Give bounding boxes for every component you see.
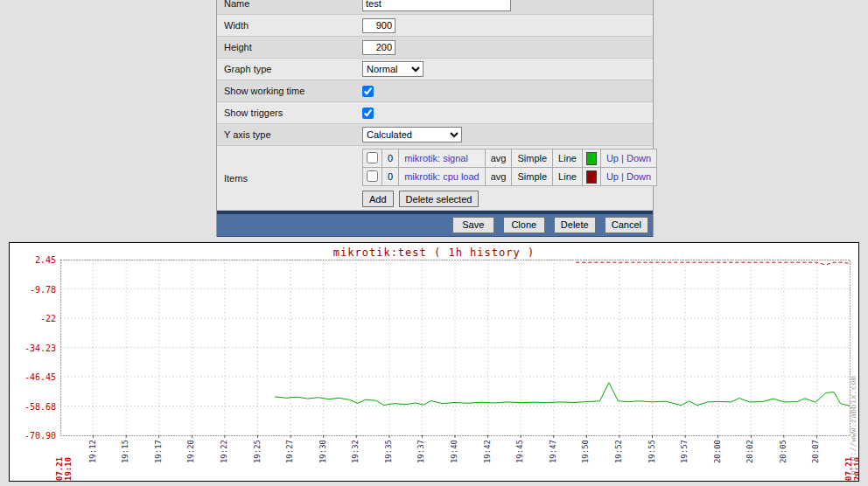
y-axis-tick-label: 2.45: [12, 255, 56, 265]
width-input[interactable]: [362, 18, 396, 33]
y-axis-tick-label: -58.68: [12, 402, 56, 412]
x-axis-tick-label: 20:00: [713, 440, 722, 463]
items-row: Items 0 mikrotik: signal avg Simple Line…: [217, 146, 653, 211]
x-axis-tick-label: 19:35: [384, 440, 393, 463]
graph-panel: mikrotik:test ( 1h history ) 2.45-9.78-2…: [9, 242, 859, 482]
x-axis-tick-label: 19:30: [318, 440, 327, 463]
item-function[interactable]: avg: [485, 149, 512, 168]
x-axis-tick-label: 19:57: [680, 440, 689, 463]
items-table: 0 mikrotik: signal avg Simple Line Up | …: [362, 149, 657, 186]
item-draw-type[interactable]: Simple: [512, 168, 553, 186]
x-axis-tick-label: 19:27: [285, 440, 294, 463]
graph-title: mikrotik:test ( 1h history ): [10, 246, 858, 259]
delete-selected-button[interactable]: Delete selected: [399, 191, 480, 207]
item-style[interactable]: Line: [553, 149, 583, 168]
save-button[interactable]: Save: [452, 217, 494, 233]
item-row: 0 mikrotik: cpu load avg Simple Line Up …: [363, 168, 657, 186]
show-triggers-label: Show triggers: [217, 108, 362, 118]
x-axis-tick-label: 19:42: [483, 440, 492, 463]
item-move-up-link[interactable]: Up: [606, 153, 619, 163]
item-name-link[interactable]: mikrotik: signal: [399, 149, 486, 168]
updown-separator: |: [621, 153, 624, 163]
show-working-time-row: Show working time: [217, 80, 653, 102]
x-axis-tick-label: 19:52: [614, 440, 623, 463]
x-axis-tick-label: 19:25: [253, 440, 262, 463]
height-input[interactable]: [362, 40, 396, 55]
item-function[interactable]: avg: [485, 168, 512, 186]
item-row: 0 mikrotik: signal avg Simple Line Up | …: [363, 149, 657, 168]
height-row: Height: [217, 37, 653, 59]
y-axis-type-label: Y axis type: [217, 129, 362, 140]
items-label: Items: [217, 173, 362, 184]
y-axis-tick-label: -9.78: [12, 285, 56, 295]
width-row: Width: [217, 15, 653, 37]
graph-plot-area: [60, 260, 853, 441]
zabbix-watermark: http://www.zabbix.com: [849, 376, 858, 476]
x-axis-tick-label: 20:05: [779, 440, 788, 463]
x-axis-tick-label: 19:15: [121, 440, 130, 463]
cancel-button[interactable]: Cancel: [605, 217, 648, 233]
x-axis-tick-label: 19:32: [351, 440, 360, 463]
graph-type-select[interactable]: Normal: [362, 61, 424, 77]
show-working-time-checkbox[interactable]: [362, 86, 374, 97]
x-axis-tick-label: 19:55: [648, 440, 656, 463]
show-triggers-checkbox[interactable]: [362, 108, 374, 119]
graph-type-row: Graph type Normal: [217, 59, 653, 80]
item-sort-order: 0: [382, 168, 399, 186]
show-working-time-label: Show working time: [217, 86, 362, 96]
item-sort-order: 0: [382, 149, 399, 168]
item-select-checkbox[interactable]: [367, 170, 378, 182]
clone-button[interactable]: Clone: [503, 217, 545, 233]
x-axis-tick-label: 20:07: [811, 440, 820, 463]
y-axis-tick-label: -70.90: [12, 431, 56, 441]
x-axis-tick-label: 19:12: [88, 440, 97, 463]
x-axis-tick-label: 19:20: [186, 440, 195, 463]
show-triggers-row: Show triggers: [217, 102, 653, 124]
item-style[interactable]: Line: [553, 168, 583, 186]
item-name-link[interactable]: mikrotik: cpu load: [399, 168, 486, 186]
y-axis-tick-label: -46.45: [12, 372, 56, 382]
y-axis-tick-label: -22: [12, 314, 56, 323]
item-move-up-link[interactable]: Up: [606, 171, 619, 182]
width-label: Width: [217, 20, 362, 31]
x-axis-tick-label: 19:50: [581, 440, 590, 463]
x-axis-tick-label: 19:22: [220, 440, 228, 463]
delete-button[interactable]: Delete: [554, 217, 596, 233]
item-color-swatch[interactable]: [586, 152, 597, 165]
name-row: Name: [217, 0, 653, 15]
graph-edit-form: Name Width Height Graph type Normal: [216, 0, 654, 237]
add-item-button[interactable]: Add: [362, 191, 394, 207]
updown-separator: |: [621, 171, 624, 182]
x-axis-tick-label: 19:37: [416, 440, 425, 463]
x-axis-tick-label: 19:40: [450, 440, 458, 463]
graph-type-label: Graph type: [217, 64, 362, 74]
item-select-checkbox[interactable]: [367, 152, 378, 163]
item-move-down-link[interactable]: Down: [626, 171, 651, 182]
x-axis-tick-label: 19:17: [154, 440, 163, 463]
x-axis-endpoint-label: 07.21 19:10: [55, 440, 73, 481]
name-label: Name: [217, 0, 362, 9]
height-label: Height: [217, 42, 362, 52]
item-color-swatch[interactable]: [586, 170, 597, 184]
x-axis-tick-label: 20:02: [746, 440, 754, 463]
y-axis-type-row: Y axis type Calculated: [217, 124, 653, 146]
y-axis-tick-label: -34.23: [12, 344, 56, 353]
name-input[interactable]: [362, 0, 511, 11]
x-axis-tick-label: 19:47: [549, 440, 557, 463]
y-axis-type-select[interactable]: Calculated: [362, 127, 462, 142]
form-footer: Save Clone Delete Cancel: [217, 211, 653, 237]
x-axis-tick-label: 19:45: [515, 440, 524, 463]
item-draw-type[interactable]: Simple: [512, 149, 553, 168]
item-move-down-link[interactable]: Down: [626, 153, 651, 163]
